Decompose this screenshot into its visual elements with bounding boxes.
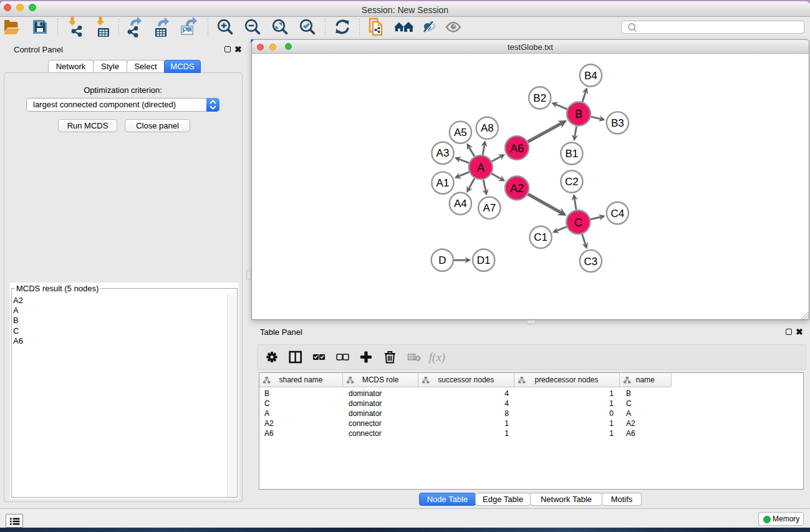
svg-text:B4: B4 bbox=[584, 70, 597, 82]
svg-text:A7: A7 bbox=[483, 202, 496, 214]
svg-text:A3: A3 bbox=[436, 147, 450, 159]
svg-text:D1: D1 bbox=[477, 254, 491, 266]
svg-text:f(x): f(x) bbox=[429, 351, 445, 364]
svg-text:A: A bbox=[477, 162, 485, 174]
svg-text:A4: A4 bbox=[454, 198, 467, 210]
svg-text:A2: A2 bbox=[510, 182, 524, 195]
svg-text:D: D bbox=[438, 254, 446, 266]
svg-text:B2: B2 bbox=[533, 92, 546, 104]
svg-text:A6: A6 bbox=[510, 142, 524, 155]
svg-text:C: C bbox=[574, 216, 582, 229]
svg-text:A1: A1 bbox=[436, 177, 450, 189]
svg-text:C1: C1 bbox=[534, 231, 547, 243]
svg-text:C4: C4 bbox=[610, 208, 624, 220]
svg-text:B1: B1 bbox=[566, 148, 579, 160]
svg-text:B3: B3 bbox=[611, 117, 624, 129]
svg-text:C3: C3 bbox=[584, 256, 598, 268]
svg-text:A8: A8 bbox=[481, 122, 494, 134]
svg-text:A5: A5 bbox=[454, 127, 467, 138]
svg-text:B: B bbox=[575, 108, 582, 120]
svg-text:C2: C2 bbox=[565, 176, 579, 188]
